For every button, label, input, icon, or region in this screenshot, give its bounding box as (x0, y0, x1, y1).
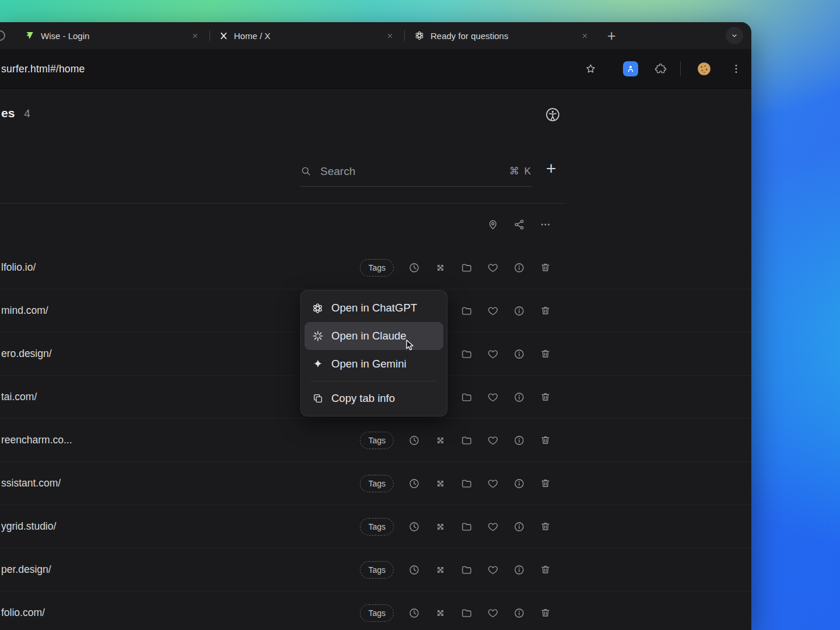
tags-button[interactable]: Tags (360, 259, 394, 276)
tab-close-icon[interactable] (190, 30, 200, 41)
tab-close-icon[interactable] (384, 30, 395, 41)
wise-flag-icon (24, 30, 35, 41)
history-clock-icon[interactable] (408, 478, 420, 489)
favorite-heart-icon[interactable] (487, 348, 499, 360)
info-icon[interactable] (513, 348, 525, 360)
bookmark-row[interactable]: folio.com/ Tags (0, 592, 751, 630)
browser-window: Wise - Login Home / X Ready for question… (0, 22, 751, 630)
info-icon[interactable] (513, 521, 525, 533)
open-arrows-icon[interactable] (435, 564, 446, 576)
favorite-heart-icon[interactable] (487, 305, 499, 317)
search-placeholder: Search (320, 165, 355, 178)
open-arrows-icon[interactable] (435, 607, 446, 619)
folder-icon[interactable] (461, 564, 473, 576)
claude-logo-icon (312, 330, 324, 342)
menu-item-open-claude[interactable]: Open in Claude (304, 322, 443, 350)
tab-close-icon[interactable] (579, 30, 590, 41)
delete-trash-icon[interactable] (540, 305, 551, 317)
tags-button[interactable]: Tags (360, 475, 394, 492)
delete-trash-icon[interactable] (540, 564, 551, 576)
search-bar[interactable]: Search ⌘ K (300, 156, 532, 187)
menu-item-open-gemini[interactable]: Open in Gemini (304, 350, 443, 378)
delete-trash-icon[interactable] (540, 435, 551, 446)
tab-search-button[interactable] (726, 27, 743, 44)
info-icon[interactable] (513, 478, 525, 489)
row-url: per.design/ (0, 564, 51, 576)
menu-item-open-chatgpt[interactable]: Open in ChatGPT (304, 294, 443, 322)
row-url: ero.design/ (0, 348, 52, 360)
gemini-logo-icon (312, 358, 324, 370)
extensions-puzzle-icon[interactable] (654, 62, 667, 75)
open-arrows-icon[interactable] (435, 521, 446, 533)
extension-blue-icon[interactable] (623, 61, 638, 76)
history-clock-icon[interactable] (408, 564, 420, 576)
folder-icon[interactable] (461, 391, 473, 403)
folder-icon[interactable] (461, 607, 473, 619)
open-arrows-icon[interactable] (435, 435, 446, 446)
open-arrows-icon[interactable] (435, 478, 446, 489)
delete-trash-icon[interactable] (540, 521, 551, 533)
delete-trash-icon[interactable] (540, 391, 551, 403)
history-clock-icon[interactable] (408, 521, 420, 533)
delete-trash-icon[interactable] (540, 262, 551, 274)
accessibility-icon[interactable] (545, 107, 561, 123)
bookmark-row[interactable]: ssistant.com/ Tags (0, 462, 751, 505)
bookmark-row[interactable]: ygrid.studio/ Tags (0, 505, 751, 548)
page-header: es 4 (1, 106, 30, 120)
info-icon[interactable] (513, 607, 525, 619)
info-icon[interactable] (513, 435, 525, 446)
address-bar-url[interactable]: surfer.html#/home (1, 62, 85, 75)
folder-icon[interactable] (461, 478, 473, 489)
delete-trash-icon[interactable] (540, 348, 551, 360)
favorite-heart-icon[interactable] (487, 607, 499, 619)
pin-icon[interactable] (487, 219, 499, 230)
info-icon[interactable] (513, 262, 525, 274)
tab-wise-login[interactable]: Wise - Login (15, 22, 209, 49)
tags-button[interactable]: Tags (360, 518, 394, 536)
tags-button[interactable]: Tags (360, 432, 394, 449)
delete-trash-icon[interactable] (540, 478, 551, 489)
tags-button[interactable]: Tags (360, 561, 394, 579)
item-count: 4 (24, 107, 30, 120)
toolbar: surfer.html#/home (0, 49, 751, 89)
favorite-heart-icon[interactable] (487, 564, 499, 576)
favorite-heart-icon[interactable] (487, 478, 499, 489)
info-icon[interactable] (513, 305, 525, 317)
delete-trash-icon[interactable] (540, 607, 551, 619)
openai-logo-icon (312, 302, 324, 314)
share-icon[interactable] (513, 219, 525, 230)
menu-item-label: Open in Gemini (331, 358, 407, 370)
bookmark-row[interactable]: reencharm.co... Tags (0, 419, 751, 462)
cookie-extension-icon[interactable] (696, 61, 712, 76)
favorite-heart-icon[interactable] (487, 521, 499, 533)
folder-icon[interactable] (461, 521, 473, 533)
info-icon[interactable] (513, 391, 525, 403)
favorite-heart-icon[interactable] (487, 262, 499, 274)
bookmark-row[interactable]: lfolio.io/ Tags (0, 246, 751, 289)
browser-menu-icon[interactable] (730, 63, 742, 75)
tab-home-x[interactable]: Home / X (210, 22, 404, 49)
folder-icon[interactable] (461, 262, 473, 274)
folder-icon[interactable] (461, 435, 473, 446)
open-arrows-icon[interactable] (435, 262, 446, 274)
info-icon[interactable] (513, 564, 525, 576)
tab-title: Home / X (234, 31, 379, 41)
tab-ready-for-questions[interactable]: Ready for questions (405, 22, 599, 49)
favorite-heart-icon[interactable] (487, 435, 499, 446)
folder-icon[interactable] (461, 305, 473, 317)
bookmark-star-icon[interactable] (584, 62, 597, 75)
tags-button[interactable]: Tags (360, 604, 394, 622)
history-clock-icon[interactable] (408, 262, 420, 274)
menu-item-copy-tab-info[interactable]: Copy tab info (304, 384, 443, 412)
favorite-heart-icon[interactable] (487, 391, 499, 403)
more-options-icon[interactable] (540, 219, 551, 230)
add-button[interactable]: + (546, 160, 556, 177)
history-clock-icon[interactable] (408, 607, 420, 619)
tab-title: Wise - Login (41, 31, 184, 41)
row-url: ssistant.com/ (0, 477, 61, 489)
new-tab-button[interactable]: + (607, 29, 616, 43)
bookmark-row[interactable]: per.design/ Tags (0, 548, 751, 592)
folder-icon[interactable] (461, 348, 473, 360)
history-clock-icon[interactable] (408, 435, 420, 446)
row-controls: Tags (360, 518, 551, 536)
